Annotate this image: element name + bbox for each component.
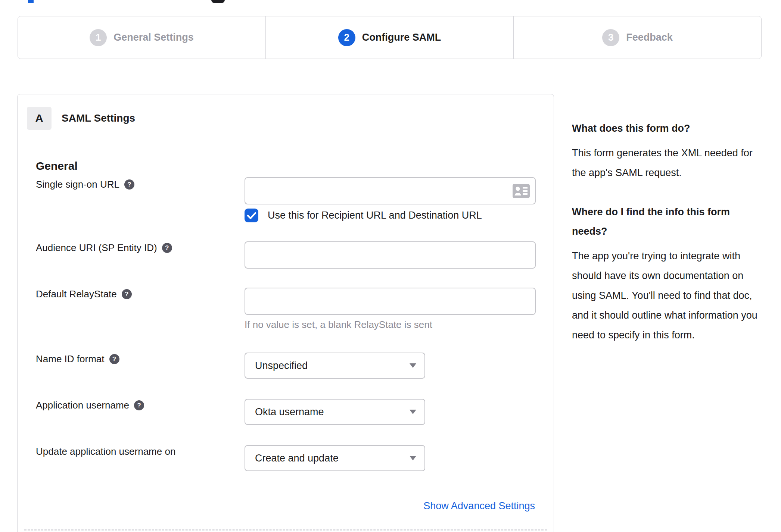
step-1-number-badge: 1 (90, 29, 107, 46)
help-question-1: What does this form do? (572, 119, 763, 138)
app-username-label: Application username ? (36, 400, 144, 411)
step-general-settings[interactable]: 1 General Settings (18, 16, 265, 59)
panel-title: SAML Settings (62, 107, 135, 130)
update-app-username-label-text: Update application username on (36, 446, 175, 457)
recipient-url-checkbox[interactable] (245, 209, 258, 222)
name-id-format-label: Name ID format ? (36, 353, 119, 365)
relay-state-input[interactable] (245, 288, 536, 315)
help-question-2: Where do I find the info this form needs… (572, 202, 763, 241)
cutoff-blue-fragment (28, 0, 34, 3)
help-answer-1: This form generates the XML needed for t… (572, 143, 763, 183)
dashed-section-divider (24, 529, 547, 531)
help-icon[interactable]: ? (134, 400, 144, 410)
sso-url-input-wrap (245, 177, 536, 204)
relay-state-label-text: Default RelayState (36, 288, 117, 300)
checkmark-icon (247, 212, 256, 219)
sso-url-input[interactable] (245, 177, 536, 204)
general-section-heading: General (36, 160, 78, 172)
step-2-label: Configure SAML (362, 32, 441, 43)
app-username-label-text: Application username (36, 400, 129, 411)
step-feedback[interactable]: 3 Feedback (513, 16, 761, 59)
audience-uri-label-text: Audience URI (SP Entity ID) (36, 242, 157, 254)
chevron-down-icon (410, 363, 416, 368)
name-id-format-select[interactable]: Unspecified (245, 353, 425, 379)
step-configure-saml[interactable]: 2 Configure SAML (265, 16, 513, 59)
help-icon[interactable]: ? (124, 179, 134, 190)
help-answer-2: The app you're trying to integrate with … (572, 246, 763, 345)
app-username-value: Okta username (255, 406, 324, 418)
section-a-badge: A (27, 107, 52, 130)
chevron-down-icon (410, 456, 416, 460)
step-3-label: Feedback (626, 32, 673, 43)
update-app-username-value: Create and update (255, 453, 339, 464)
recipient-url-checkbox-row: Use this for Recipient URL and Destinati… (245, 209, 482, 222)
step-3-number-badge: 3 (602, 29, 619, 46)
relay-state-label: Default RelayState ? (36, 288, 132, 300)
sso-url-label-text: Single sign-on URL (36, 179, 119, 190)
recipient-url-checkbox-label: Use this for Recipient URL and Destinati… (268, 210, 482, 221)
help-icon[interactable]: ? (122, 289, 132, 299)
help-icon[interactable]: ? (162, 243, 172, 253)
update-app-username-select[interactable]: Create and update (245, 445, 425, 471)
name-id-format-label-text: Name ID format (36, 353, 105, 365)
cutoff-dark-fragment (211, 0, 225, 3)
saml-settings-panel: A SAML Settings General Single sign-on U… (17, 94, 554, 532)
help-icon[interactable]: ? (109, 354, 119, 364)
wizard-stepper: 1 General Settings 2 Configure SAML 3 Fe… (18, 16, 762, 59)
audience-uri-label: Audience URI (SP Entity ID) ? (36, 242, 172, 254)
name-id-format-value: Unspecified (255, 360, 308, 372)
help-sidebar: What does this form do? This form genera… (572, 119, 763, 364)
step-1-label: General Settings (113, 32, 194, 43)
app-username-select[interactable]: Okta username (245, 399, 425, 425)
configure-saml-page: { "colors": { "accent_blue": "#1662dd", … (0, 0, 781, 532)
relay-state-hint: If no value is set, a blank RelayState i… (245, 319, 432, 331)
sso-url-label: Single sign-on URL ? (36, 179, 134, 190)
step-2-number-badge: 2 (338, 29, 355, 46)
update-app-username-label: Update application username on (36, 446, 175, 457)
chevron-down-icon (410, 410, 416, 414)
show-advanced-settings-link[interactable]: Show Advanced Settings (423, 500, 535, 512)
audience-uri-input[interactable] (245, 241, 536, 269)
